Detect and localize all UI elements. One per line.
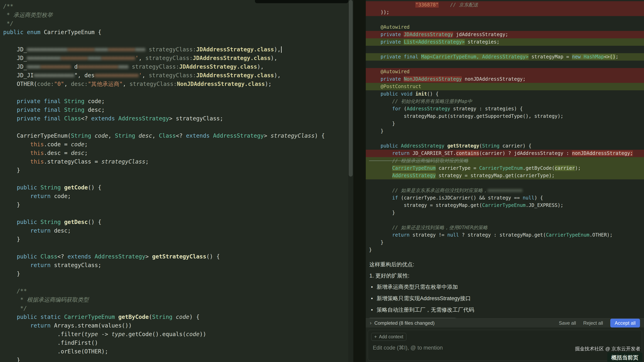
- left-editor-code[interactable]: /** * 承运商类型枚举 */public enum CarrierTypeE…: [0, 0, 353, 362]
- code-line: JD_mmmmmmmmmmmmmmmmmmmmmmmmmmmmmmmm', st…: [0, 54, 353, 62]
- code-line: [0, 244, 353, 252]
- code-line: [366, 61, 644, 68]
- add-context-label: Add context: [379, 334, 403, 340]
- chat-input-box[interactable]: + Add context Edit code (⌘I), @ to menti…: [368, 330, 642, 361]
- code-line: strategy = strategyMap.get(CarrierTypeEn…: [366, 202, 644, 209]
- diff-actions: Save all Reject all Accept all: [559, 319, 640, 328]
- code-line: }: [0, 166, 353, 175]
- code-line: private JDAddressStrategy jdAddressStrat…: [366, 31, 644, 38]
- code-line: // 如果还是没找到策略，使用OTHER的策略: [366, 224, 644, 231]
- code-line: private final String desc;: [0, 105, 353, 114]
- code-line: * 根据承运商编码获取类型: [0, 295, 353, 304]
- code-line: }: [0, 235, 353, 244]
- refactor-summary: 这样重构后的优点: 1. 更好的扩展性: 新增承运商类型只需在枚举中添加新增策略…: [366, 261, 644, 321]
- code-line: public enum CarrierTypeEnum {: [0, 28, 353, 36]
- code-line: * 承运商类型枚举: [0, 11, 353, 19]
- code-line: JD_JImmmmmmmmmmmm", desmmmmmmmmmmmmm', s…: [0, 71, 353, 80]
- code-line: private NonJDAddressStrategy nonJDAddres…: [366, 75, 644, 83]
- code-line: .filter(type -> type.getCode().equals(co…: [0, 330, 353, 339]
- code-line: /**: [0, 287, 353, 295]
- code-line: private final Map<CarrierTypeEnum, Addre…: [366, 53, 644, 61]
- accept-all-button[interactable]: Accept all: [610, 319, 640, 328]
- summarize-page-badge[interactable]: 概括当前页: [607, 352, 642, 362]
- watermark: 掘金技术社区 @ 京东云开发者: [575, 346, 640, 352]
- code-line: return desc;: [0, 226, 353, 235]
- summary-bullet: 新增策略只需实现AddressStrategy接口: [370, 293, 639, 304]
- summary-heading: 这样重构后的优点:: [370, 261, 639, 269]
- add-context-button[interactable]: + Add context: [371, 333, 406, 341]
- code-line: public String getCode() {: [0, 183, 353, 192]
- code-line: return Arrays.stream(values()): [0, 321, 353, 330]
- code-line: @PostConstruct: [366, 83, 644, 90]
- code-line: return strategy != null ? strategy : str…: [366, 231, 644, 239]
- code-line: private final Class<? extends AddressStr…: [0, 114, 353, 123]
- code-line: [0, 209, 353, 218]
- code-line: public String getDesc() {: [0, 218, 353, 226]
- code-line: // 如果是京东系承运商但没找到对应策略，mmmmmmmmmmmm: [366, 187, 644, 194]
- code-line: public AddressStrategy getStrategy(Strin…: [366, 142, 644, 150]
- left-editor[interactable]: /** * 承运商类型枚举 */public enum CarrierTypeE…: [0, 0, 353, 362]
- code-line: public static CarrierTypeEnum getByCode(…: [0, 313, 353, 321]
- code-line: .findFirst(): [0, 339, 353, 347]
- code-line: */: [0, 19, 353, 28]
- code-line: this.code = code;: [0, 140, 353, 149]
- code-line: public void init() {: [366, 90, 644, 98]
- code-line: public Class<? extends AddressStrategy> …: [0, 252, 353, 261]
- code-line: .orElse(OTHER);: [0, 347, 353, 356]
- code-line: }: [366, 120, 644, 127]
- code-line: if (carrierType.isJDCarrier() && strateg…: [366, 194, 644, 202]
- code-line: private List<AddressStrategy> strategies…: [366, 38, 644, 46]
- code-line: }: [366, 127, 644, 135]
- chat-panel: "336878" // 京东配送 )); @Autowired private …: [366, 0, 644, 362]
- code-line: strategyMap.put(strategy.getSupportedTyp…: [366, 113, 644, 120]
- code-line: return strategyClass;: [0, 261, 353, 270]
- code-line: this.strategyClass = strategyClass;: [0, 157, 353, 166]
- left-editor-scrollbar[interactable]: [348, 0, 353, 362]
- code-line: }: [0, 200, 353, 209]
- code-line: }: [366, 246, 644, 254]
- code-line: [0, 175, 353, 183]
- code-line: AddressStrategy strategy = strategyMap.g…: [366, 172, 644, 179]
- reject-all-button[interactable]: Reject all: [583, 320, 603, 326]
- code-line: for (AddressStrategy strategy : strategi…: [366, 105, 644, 113]
- code-line: [0, 88, 353, 97]
- panel-divider: [353, 0, 366, 362]
- code-line: "336878" // 京东配送: [366, 1, 644, 9]
- code-line: }: [366, 239, 644, 246]
- diff-status-bar: › Completed (8 files changed) Save all R…: [366, 318, 644, 328]
- summary-item-1: 1. 更好的扩展性:: [370, 272, 639, 280]
- chat-input-placeholder[interactable]: Edit code (⌘I), @ to mention: [373, 345, 443, 351]
- summary-bullets: 新增承运商类型只需在枚举中添加新增策略只需实现AddressStrategy接口…: [370, 281, 639, 316]
- code-line: JD_mmmmmmmmmmmmm dmmmmmmmmmmmmmmm strate…: [0, 62, 353, 71]
- code-line: }: [366, 209, 644, 217]
- code-line: [0, 36, 353, 45]
- code-line: CarrierTypeEnum carrierType = CarrierTyp…: [366, 165, 644, 172]
- code-line: /**: [0, 2, 353, 11]
- right-diff-code[interactable]: "336878" // 京东配送 )); @Autowired private …: [366, 0, 644, 254]
- code-line: // 初始化时将所有策略注册到Map中: [366, 98, 644, 105]
- top-overlay-strip: [255, 0, 348, 3]
- code-line: [0, 123, 353, 131]
- code-line: CarrierTypeEnum(String code, String desc…: [0, 131, 353, 140]
- scrollbar-thumb[interactable]: [349, 0, 353, 177]
- code-line: [366, 217, 644, 224]
- code-line: private final String code;: [0, 97, 353, 105]
- code-line: ));: [366, 9, 644, 16]
- code-line: }: [0, 270, 353, 278]
- chevron-right-icon[interactable]: ›: [370, 320, 372, 326]
- code-line: this.desc = desc;: [0, 149, 353, 157]
- code-line: [0, 278, 353, 287]
- code-line: @Autowired: [366, 68, 644, 75]
- code-line: JD_mmmmmmmmmmmmmmmmmmmmmmmmmmmmmmmmmmm s…: [0, 45, 353, 54]
- code-line: return code;: [0, 192, 353, 200]
- code-line: [366, 179, 644, 187]
- save-all-button[interactable]: Save all: [559, 320, 576, 326]
- code-line: }: [0, 356, 353, 362]
- code-line: @Autowired: [366, 23, 644, 31]
- code-line: [366, 135, 644, 142]
- text-cursor: [281, 46, 282, 53]
- code-line: OTHER(code:"0", desc:"其他承运商", strategyCl…: [0, 80, 353, 88]
- summary-bullet: 策略自动注册到工厂，无需修改工厂代码: [370, 304, 639, 316]
- code-line: [366, 16, 644, 23]
- code-line: */: [0, 304, 353, 313]
